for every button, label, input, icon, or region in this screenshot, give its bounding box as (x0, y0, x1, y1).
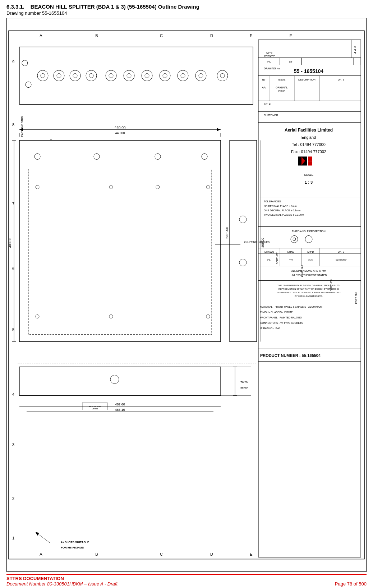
svg-text:UNLESS OTHERWISE STATED: UNLESS OTHERWISE STATED (291, 274, 327, 276)
svg-text:BY AERIAL FACILITIES LTD.: BY AERIAL FACILITIES LTD. (295, 295, 323, 297)
svg-text:A: A (40, 552, 42, 556)
svg-text:ONE DECIMAL PLACE ± 0.1mm: ONE DECIMAL PLACE ± 0.1mm (264, 209, 300, 212)
svg-text:Tel : 01494 777000: Tel : 01494 777000 (292, 142, 326, 147)
svg-text:DRAWING No.: DRAWING No. (264, 67, 280, 70)
svg-text:4: 4 (12, 392, 14, 396)
svg-text:AA: AA (262, 86, 266, 89)
svg-rect-61 (258, 112, 361, 123)
svg-text:466.10: 466.10 (115, 408, 125, 412)
svg-text:9: 9 (12, 60, 14, 64)
svg-text:B: B (95, 33, 98, 38)
svg-text:No: No (262, 78, 266, 81)
svg-text:ORIGINAL: ORIGINAL (276, 86, 288, 89)
svg-text:2: 2 (12, 496, 14, 501)
svg-text:DATE: DATE (338, 251, 344, 253)
svg-text:A: A (40, 33, 42, 38)
svg-text:TITLE: TITLE (264, 103, 271, 106)
svg-text:DATE: DATE (266, 52, 272, 55)
svg-text:88.60: 88.60 (240, 386, 248, 389)
svg-text:440.00: 440.00 (115, 126, 126, 130)
svg-text:PORT JB1: PORT JB1 (355, 292, 358, 304)
svg-text:TOLERANCES: TOLERANCES (264, 200, 281, 203)
svg-text:2x LIFTING HANDLES: 2x LIFTING HANDLES (244, 241, 270, 243)
svg-text:C: C (160, 552, 163, 556)
svg-text:Limited: Limited (92, 408, 98, 410)
svg-text:CONNECTORS - 'N' TYPE SOCKETS: CONNECTORS - 'N' TYPE SOCKETS (260, 322, 303, 324)
svg-text:1 : 3: 1 : 3 (305, 180, 313, 184)
sttrs-label: STTRS DOCUMENTATION (6, 576, 118, 581)
svg-text:FINISH - CHASSIS - IRIDITE: FINISH - CHASSIS - IRIDITE (260, 311, 293, 313)
svg-rect-183 (19, 367, 221, 396)
svg-text:PRODUCT NUMBER : 55-165504: PRODUCT NUMBER : 55-165504 (260, 353, 321, 358)
section-number: 6.3.3.1. (6, 4, 24, 10)
svg-text:THIRD ANGLE PROJECTION: THIRD ANGLE PROJECTION (292, 230, 326, 233)
svg-text:BY: BY (289, 60, 293, 63)
svg-text:4 & 3: 4 & 3 (353, 46, 357, 54)
svg-text:1: 1 (12, 536, 14, 540)
svg-text:Fax : 01494 777002: Fax : 01494 777002 (291, 150, 326, 154)
footer-bar: STTRS DOCUMENTATION Document Number 80-3… (6, 574, 367, 588)
svg-text:B: B (95, 552, 98, 556)
svg-text:FRONT PANEL - PAINTED RAL7035: FRONT PANEL - PAINTED RAL7035 (260, 316, 301, 319)
svg-text:400.00: 400.00 (8, 238, 12, 248)
svg-rect-155 (19, 141, 221, 342)
svg-rect-107 (258, 302, 361, 349)
sttrs-documentation-label: STTRS DOCUMENTATION Document Number 80-3… (6, 576, 118, 587)
svg-text:EARTHING STUD: EARTHING STUD (21, 116, 23, 137)
svg-text:E: E (250, 33, 252, 38)
svg-text:APPD: APPD (307, 251, 314, 253)
svg-text:PL: PL (267, 258, 271, 262)
svg-text:ISSUE: ISSUE (278, 78, 285, 81)
page-number: Page 78 of 500 (335, 581, 367, 587)
drawing-number: Drawing number 55-1655104 (6, 10, 367, 16)
svg-text:ISSUE: ISSUE (278, 90, 285, 92)
svg-text:TWO DECIMAL PLACES ± 0.01mm: TWO DECIMAL PLACES ± 0.01mm (264, 213, 304, 216)
svg-text:MATERIAL - FRONT PANEL & CHASS: MATERIAL - FRONT PANEL & CHASSIS - ALUMI… (260, 306, 322, 308)
svg-text:17/09/07: 17/09/07 (263, 55, 275, 58)
svg-text:4x SLOTS SUITABLE: 4x SLOTS SUITABLE (61, 541, 89, 544)
svg-rect-99 (258, 266, 361, 281)
svg-text:76.20: 76.20 (240, 381, 248, 384)
svg-text:D: D (210, 33, 213, 38)
svg-text:PR: PR (289, 258, 293, 262)
svg-text:GD: GD (308, 258, 313, 262)
svg-text:440.00: 440.00 (115, 131, 125, 135)
svg-text:PL: PL (267, 60, 271, 63)
svg-text:IP RATING - IP40: IP RATING - IP40 (260, 327, 280, 330)
svg-text:F: F (290, 33, 292, 38)
svg-rect-71 (308, 161, 312, 166)
svg-rect-59 (258, 101, 361, 112)
svg-text:8: 8 (12, 123, 14, 127)
section-heading: BEACON HILL SPLITTER (BDA 1 & 3) (55-165… (31, 4, 199, 10)
svg-text:C: C (160, 33, 163, 38)
svg-text:17/09/07: 17/09/07 (335, 258, 347, 262)
svg-text:England: England (301, 135, 316, 139)
svg-text:FOR M6 FIXINGS: FOR M6 FIXINGS (61, 546, 84, 549)
svg-rect-37 (301, 58, 354, 65)
svg-text:ALL DIMENSIONS ARE IN mm: ALL DIMENSIONS ARE IN mm (291, 270, 326, 272)
svg-text:Aerial Facilities Limited: Aerial Facilities Limited (285, 128, 333, 133)
svg-text:NO DECIMAL PLACE ± 1mm: NO DECIMAL PLACE ± 1mm (264, 205, 297, 207)
document-number: Document Number 80-330501HBKM – Issue A … (6, 581, 118, 587)
svg-text:482.60: 482.60 (115, 403, 125, 406)
svg-rect-115 (19, 47, 253, 105)
section-title: 6.3.3.1. BEACON HILL SPLITTER (BDA 1 & 3… (6, 4, 367, 10)
svg-text:DATE: DATE (338, 78, 344, 81)
svg-text:PORT JB8: PORT JB8 (226, 227, 228, 239)
svg-text:E: E (250, 552, 252, 556)
svg-text:D: D (210, 552, 213, 556)
svg-text:DESCRIPTION: DESCRIPTION (298, 78, 316, 81)
page-container: 6.3.3.1. BEACON HILL SPLITTER (BDA 1 & 3… (0, 0, 373, 588)
svg-text:PORT JB6: PORT JB6 (330, 279, 332, 291)
svg-text:DRAWN: DRAWN (264, 251, 274, 253)
svg-text:CUSTOMER: CUSTOMER (264, 114, 278, 116)
technical-drawing-svg: A B C D E F A B C D E F 9 8 7 6 5 4 3 2 … (7, 18, 366, 571)
svg-rect-70 (308, 157, 312, 161)
svg-text:SCALE: SCALE (304, 173, 313, 176)
svg-text:55 - 1655104: 55 - 1655104 (294, 68, 324, 74)
svg-text:PORT JB7: PORT JB7 (276, 252, 278, 264)
svg-text:PORT JB2: PORT JB2 (301, 265, 304, 277)
drawing-area: A B C D E F A B C D E F 9 8 7 6 5 4 3 2 … (6, 18, 367, 572)
svg-text:3: 3 (12, 442, 14, 447)
svg-text:CHKD: CHKD (287, 251, 294, 253)
